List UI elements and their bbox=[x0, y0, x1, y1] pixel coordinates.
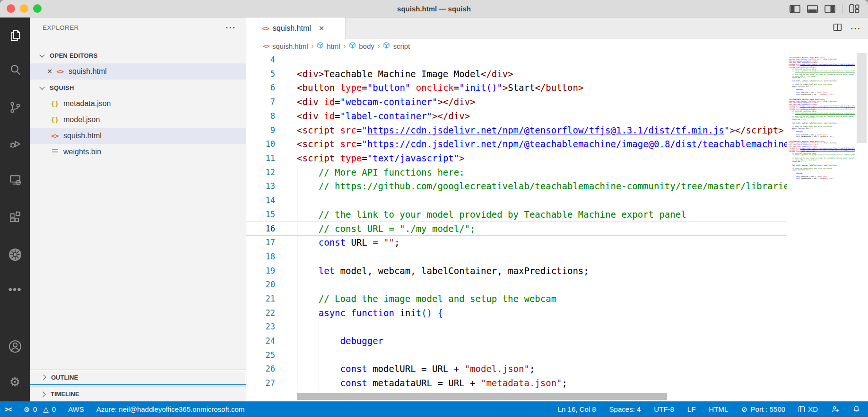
open-editor-item-squish.html[interactable]: ✕<>squish.html bbox=[30, 63, 246, 80]
file-label: weights.bin bbox=[63, 148, 101, 156]
line-number: 20 bbox=[246, 278, 275, 292]
code-line-19[interactable]: 19 let model, webcam, labelContainer, ma… bbox=[246, 264, 787, 278]
timeline-section-header[interactable]: TIMELINE bbox=[30, 386, 246, 401]
code-line-text: <script type="text/javascript"> bbox=[297, 151, 465, 166]
code-line-18[interactable]: 18 bbox=[246, 250, 787, 264]
remote-explorer-icon[interactable] bbox=[0, 169, 30, 191]
toggle-secondary-sidebar-icon[interactable] bbox=[825, 5, 835, 13]
status-remote-indicator[interactable]: >< bbox=[5, 406, 11, 413]
line-number: 15 bbox=[246, 208, 275, 222]
explorer-icon[interactable] bbox=[0, 24, 30, 47]
status-cursor-position[interactable]: Ln 16, Col 8 bbox=[558, 405, 596, 413]
tab-squish-html[interactable]: <> squish.html ✕ bbox=[246, 18, 346, 39]
accounts-icon[interactable] bbox=[0, 335, 30, 358]
folder-section-header[interactable]: SQUISH bbox=[30, 80, 246, 96]
breadcrumb-item-squish.html[interactable]: <>squish.html bbox=[263, 42, 308, 50]
code-line-16[interactable]: 16 // const URL = "./my_model/"; bbox=[246, 222, 787, 236]
run-and-debug-icon[interactable] bbox=[0, 132, 30, 155]
line-number: 9 bbox=[246, 124, 275, 138]
code-line-21[interactable]: 21 // Load the image model and setup the… bbox=[246, 292, 787, 306]
split-editor-icon[interactable] bbox=[833, 22, 842, 34]
file-weights.bin[interactable]: weights.bin bbox=[30, 144, 246, 160]
code-line-17[interactable]: 17 const URL = ""; bbox=[246, 236, 787, 250]
minimap[interactable]: <div>Teachable Machine Image Model</div>… bbox=[787, 53, 855, 401]
code-line-text: // Load the image model and setup the we… bbox=[297, 292, 556, 306]
search-icon[interactable] bbox=[0, 58, 30, 81]
code-line-text: <div id="webcam-container"></div> bbox=[297, 95, 476, 109]
code-line-12[interactable]: 12 // More API functions here: bbox=[246, 166, 787, 180]
code-editor[interactable]: 45<div>Teachable Machine Image Model</di… bbox=[246, 53, 787, 393]
code-line-22[interactable]: 22 async function init() { bbox=[246, 306, 787, 320]
status-notifications[interactable] bbox=[852, 405, 860, 413]
outline-section-header[interactable]: OUTLINE bbox=[30, 370, 246, 385]
titlebar-separator bbox=[842, 4, 842, 14]
vscode-window: squish.html — squish bbox=[0, 0, 868, 417]
code-line-20[interactable]: 20 bbox=[246, 278, 787, 292]
status-encoding[interactable]: UTF-8 bbox=[654, 405, 674, 413]
breadcrumb-item-script[interactable]: script bbox=[383, 42, 410, 50]
code-line-10[interactable]: 10<script src="https://cdn.jsdelivr.net/… bbox=[246, 137, 787, 151]
toggle-panel-icon[interactable] bbox=[807, 5, 818, 13]
code-line-15[interactable]: 15 // the link to your model provided by… bbox=[246, 208, 787, 222]
status-bar: ><⊗0△0AWSAzure: neil@haddleyoffice365.on… bbox=[0, 401, 868, 417]
code-line-11[interactable]: 11<script type="text/javascript"> bbox=[246, 151, 787, 166]
settings-gear-icon[interactable]: ⚙ bbox=[0, 371, 30, 393]
code-line-23[interactable]: 23 bbox=[246, 320, 787, 334]
explorer-more-actions-icon[interactable]: ⋯ bbox=[225, 21, 235, 34]
horizontal-scrollbar[interactable] bbox=[297, 393, 667, 400]
status-live-server-port[interactable]: ⊘Port : 5500 bbox=[741, 405, 785, 414]
editor-more-actions-icon[interactable]: ⋯ bbox=[850, 22, 860, 35]
extensions-icon[interactable] bbox=[0, 205, 30, 228]
code-line-24[interactable]: 24 debugger bbox=[246, 334, 787, 348]
close-editor-icon[interactable]: ✕ bbox=[45, 67, 54, 76]
code-line-25[interactable]: 25 bbox=[246, 348, 787, 363]
open-editors-list: ✕<>squish.html bbox=[30, 63, 246, 80]
status-language-mode[interactable]: HTML bbox=[709, 405, 728, 413]
code-line-text: // the link to your model provided by Te… bbox=[297, 208, 686, 222]
open-editors-section-header[interactable]: OPEN EDITORS bbox=[30, 47, 246, 63]
symbol-cube-icon bbox=[317, 42, 324, 50]
symbol-cube-icon bbox=[349, 42, 356, 50]
code-line-text: <button type="button" onclick="init()">S… bbox=[297, 81, 583, 95]
status-xd-extension[interactable]: XD bbox=[799, 405, 818, 413]
code-line-7[interactable]: 7<div id="webcam-container"></div> bbox=[246, 95, 787, 109]
code-line-4[interactable]: 4 bbox=[246, 53, 787, 67]
code-line-26[interactable]: 26 const modelURL = URL + "model.json"; bbox=[246, 362, 787, 376]
code-line-8[interactable]: 8<div id="label-container"></div> bbox=[246, 109, 787, 124]
file-model.json[interactable]: {}model.json bbox=[30, 112, 246, 128]
html-file-icon: <> bbox=[54, 68, 66, 75]
status-aws[interactable]: AWS bbox=[68, 405, 84, 413]
breadcrumb-item-html[interactable]: html bbox=[317, 42, 340, 50]
title-bar: squish.html — squish bbox=[0, 0, 868, 18]
breadcrumb-item-body[interactable]: body bbox=[349, 42, 374, 50]
status-problems[interactable]: ⊗0△0 bbox=[24, 405, 56, 414]
vertical-scrollbar[interactable] bbox=[857, 53, 867, 143]
code-line-14[interactable]: 14 bbox=[246, 194, 787, 208]
status-azure-account[interactable]: Azure: neil@haddleyoffice365.onmicrosoft… bbox=[96, 405, 244, 413]
toggle-primary-sidebar-icon[interactable] bbox=[790, 5, 800, 13]
line-number: 8 bbox=[246, 109, 275, 124]
status-indentation[interactable]: Spaces: 4 bbox=[609, 405, 641, 413]
code-line-9[interactable]: 9<script src="https://cdn.jsdelivr.net/n… bbox=[246, 124, 787, 138]
customize-layout-icon[interactable] bbox=[849, 4, 859, 13]
source-control-icon[interactable] bbox=[0, 96, 30, 119]
status-label: Azure: neil@haddleyoffice365.onmicrosoft… bbox=[96, 405, 244, 413]
breadcrumb: <>squish.html›html›body›script bbox=[246, 39, 868, 53]
code-line-text: async function init() { bbox=[297, 306, 443, 320]
chevron-down-icon bbox=[39, 52, 44, 57]
code-line-5[interactable]: 5<div>Teachable Machine Image Model</div… bbox=[246, 67, 787, 81]
more-actions-icon[interactable]: ••• bbox=[0, 278, 30, 301]
file-squish.html[interactable]: <>squish.html bbox=[30, 128, 246, 144]
status-eol[interactable]: LF bbox=[687, 405, 696, 413]
kubernetes-icon[interactable] bbox=[0, 243, 30, 266]
code-line-27[interactable]: 27 const metadataURL = URL + "metadata.j… bbox=[246, 376, 787, 390]
status-feedback[interactable] bbox=[831, 405, 839, 413]
close-tab-icon[interactable]: ✕ bbox=[319, 24, 325, 33]
code-line-13[interactable]: 13 // https://github.com/googlecreativel… bbox=[246, 179, 787, 194]
file-metadata.json[interactable]: {}metadata.json bbox=[30, 96, 246, 112]
line-number: 23 bbox=[246, 320, 275, 334]
breadcrumb-label: script bbox=[393, 42, 410, 50]
status-label: UTF-8 bbox=[654, 405, 674, 413]
status-label: AWS bbox=[68, 405, 84, 413]
code-line-6[interactable]: 6<button type="button" onclick="init()">… bbox=[246, 81, 787, 95]
